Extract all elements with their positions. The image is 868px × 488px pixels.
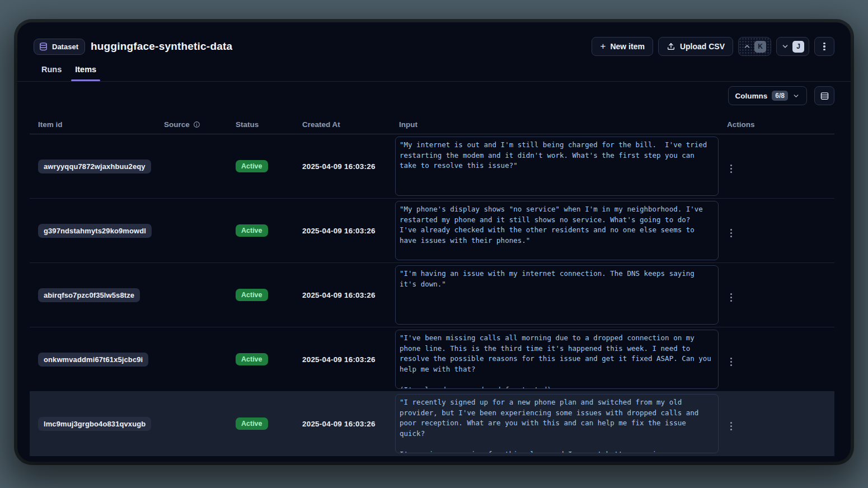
tab-bar: Runs Items [41, 65, 96, 81]
tab-items[interactable]: Items [75, 65, 96, 81]
status-badge: Active [236, 160, 268, 172]
created-at-value: 2025-04-09 16:03:26 [302, 355, 376, 364]
created-at-value: 2025-04-09 16:03:26 [302, 291, 376, 299]
info-icon [193, 121, 200, 128]
tab-runs[interactable]: Runs [41, 65, 62, 81]
kebab-menu-icon [730, 229, 732, 237]
plus-icon: + [600, 41, 606, 52]
item-id-badge[interactable]: g397ndstahmyts29ko9mowdl [38, 224, 152, 238]
chevron-up-icon [743, 43, 751, 50]
table-row[interactable]: abirqfso7pzc0f35lw5s8tze Active 2025-04-… [30, 263, 834, 327]
dataset-window: Dataset huggingface-synthetic-data + New… [17, 22, 851, 462]
dataset-type-badge: Dataset [34, 39, 85, 55]
source-cell [156, 134, 227, 198]
new-item-label: New item [610, 42, 644, 51]
item-id-badge[interactable]: lmc9muj3grgbo4o831qvxugb [38, 417, 151, 431]
upload-icon [667, 42, 675, 51]
created-at-value: 2025-04-09 16:03:26 [302, 420, 376, 428]
input-text: "My internet is out and I'm still being … [400, 140, 714, 171]
input-preview-cell[interactable]: "My phone's display shows "no service" w… [395, 201, 719, 260]
column-header-status[interactable]: Status [227, 120, 294, 129]
column-header-item-id[interactable]: Item id [30, 120, 156, 129]
input-text: "I've been missing calls all morning due… [400, 333, 714, 389]
dataset-items-table: Item id Source Status Created At Input A… [30, 115, 834, 456]
desktop-background: Dataset huggingface-synthetic-data + New… [0, 0, 868, 488]
keyboard-shortcut-k: K [754, 41, 766, 53]
table-row[interactable]: onkwmvaddmi67t61x5jcbc9i Active 2025-04-… [30, 327, 834, 392]
status-badge: Active [236, 224, 268, 237]
columns-dropdown-button[interactable]: Columns 6/8 [728, 86, 807, 105]
table-row[interactable]: lmc9muj3grgbo4o831qvxugb Active 2025-04-… [30, 392, 834, 456]
row-height-button[interactable] [814, 86, 834, 105]
input-preview-cell[interactable]: "My internet is out and I'm still being … [395, 137, 719, 196]
column-header-source[interactable]: Source [156, 120, 227, 129]
table-row[interactable]: awryyqqu7872wjaxhbuu2eqy Active 2025-04-… [30, 134, 834, 199]
database-icon [39, 42, 48, 51]
item-id-badge[interactable]: abirqfso7pzc0f35lw5s8tze [38, 288, 140, 302]
source-cell [156, 392, 227, 456]
table-rows-icon [820, 91, 829, 101]
column-header-created-at[interactable]: Created At [294, 120, 391, 129]
keyboard-shortcut-j: J [792, 41, 804, 53]
page-title: huggingface-synthetic-data [91, 40, 232, 53]
status-badge: Active [236, 353, 268, 365]
table-header-row: Item id Source Status Created At Input A… [30, 115, 834, 134]
kebab-menu-icon [730, 358, 732, 366]
source-cell [156, 327, 227, 391]
row-actions-menu-button[interactable] [727, 220, 735, 240]
upload-csv-label: Upload CSV [680, 42, 725, 51]
kebab-menu-icon [730, 165, 732, 173]
row-actions-menu-button[interactable] [727, 285, 735, 304]
next-item-button[interactable]: J [776, 37, 809, 56]
kebab-menu-icon [823, 43, 825, 51]
kebab-menu-icon [730, 293, 732, 302]
columns-label: Columns [735, 92, 768, 100]
status-badge: Active [236, 417, 268, 430]
chevron-down-icon [792, 92, 800, 100]
window-header: Dataset huggingface-synthetic-data + New… [34, 36, 834, 57]
kebab-menu-icon [730, 422, 732, 430]
row-actions-menu-button[interactable] [727, 414, 735, 433]
header-actions-menu-button[interactable] [814, 37, 834, 56]
columns-count-badge: 6/8 [772, 91, 788, 101]
table-row[interactable]: g397ndstahmyts29ko9mowdl Active 2025-04-… [30, 199, 834, 263]
item-id-badge[interactable]: awryyqqu7872wjaxhbuu2eqy [38, 159, 151, 173]
new-item-button[interactable]: + New item [592, 37, 653, 56]
previous-item-button[interactable]: K [738, 37, 771, 56]
row-actions-menu-button[interactable] [727, 156, 735, 176]
column-header-input[interactable]: Input [391, 120, 719, 129]
column-header-actions: Actions [719, 120, 834, 129]
dataset-badge-label: Dataset [52, 43, 78, 51]
created-at-value: 2025-04-09 16:03:26 [302, 227, 376, 235]
input-preview-cell[interactable]: "I've been missing calls all morning due… [395, 330, 719, 389]
status-badge: Active [236, 289, 268, 301]
input-text: "I'm having an issue with my internet co… [400, 269, 714, 289]
upload-csv-button[interactable]: Upload CSV [658, 37, 733, 56]
item-id-badge[interactable]: onkwmvaddmi67t61x5jcbc9i [38, 353, 148, 367]
row-actions-menu-button[interactable] [727, 349, 735, 369]
created-at-value: 2025-04-09 16:03:26 [302, 162, 376, 171]
source-cell [156, 199, 227, 262]
header-divider [17, 81, 851, 82]
input-text: "My phone's display shows "no service" w… [400, 204, 714, 246]
chevron-down-icon [781, 43, 789, 50]
input-text: "I recently signed up for a new phone pl… [400, 397, 714, 453]
source-cell [156, 263, 227, 327]
input-preview-cell[interactable]: "I recently signed up for a new phone pl… [395, 394, 719, 453]
table-toolbar: Columns 6/8 [728, 86, 834, 105]
input-preview-cell[interactable]: "I'm having an issue with my internet co… [395, 265, 719, 325]
